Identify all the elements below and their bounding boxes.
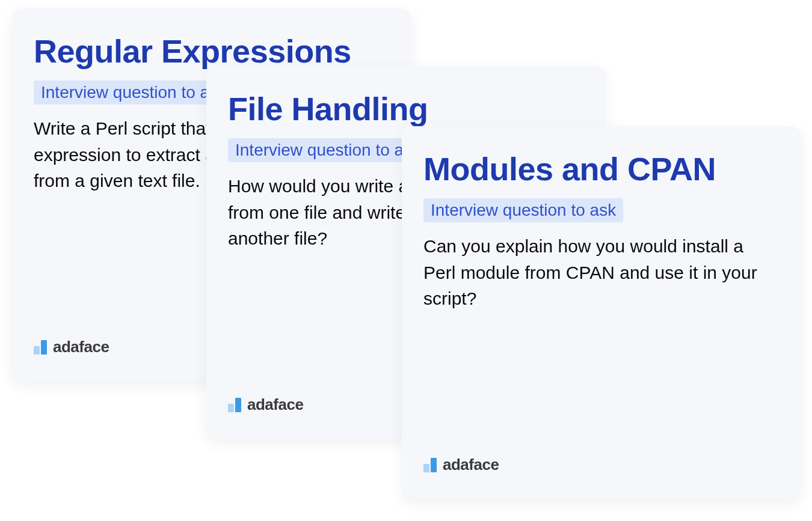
card-title: File Handling xyxy=(228,90,584,127)
card-body: Can you explain how you would install a … xyxy=(423,233,780,312)
brand: adaface xyxy=(228,397,303,412)
brand-text: adaface xyxy=(53,339,109,355)
question-card-3: Modules and CPAN Interview question to a… xyxy=(402,126,801,499)
card-title: Modules and CPAN xyxy=(423,150,780,187)
brand: adaface xyxy=(34,339,109,355)
interview-badge: Interview question to ask xyxy=(228,138,428,162)
interview-badge: Interview question to ask xyxy=(34,81,233,105)
brand-bars-icon xyxy=(228,398,241,412)
brand-bars-icon xyxy=(34,340,47,355)
brand-text: adaface xyxy=(247,397,303,412)
card-title: Regular Expressions xyxy=(34,32,390,70)
interview-badge: Interview question to ask xyxy=(423,198,623,222)
brand-text: adaface xyxy=(443,457,499,472)
brand-bars-icon xyxy=(423,458,437,472)
brand: adaface xyxy=(423,457,499,472)
